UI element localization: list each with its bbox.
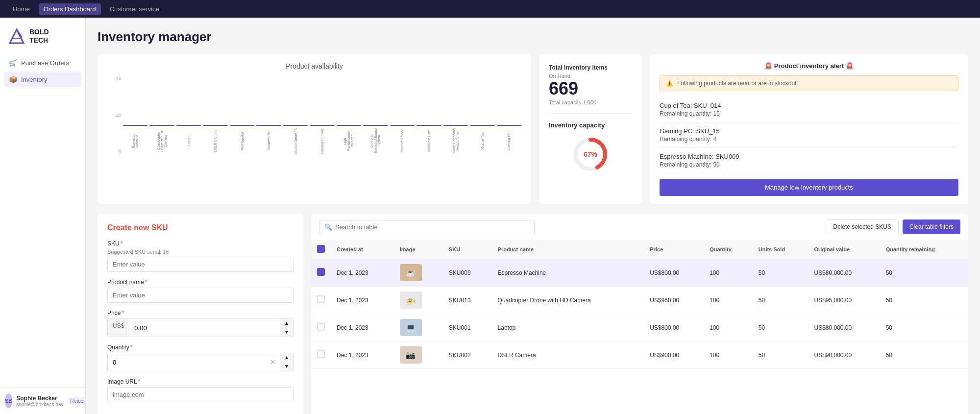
bottom-section: Create new SKU SKU * Suggested SKU seria… <box>98 214 968 414</box>
table-row[interactable]: Dec 1, 2023 🚁 SKU013 Quadcopter Drone wi… <box>311 287 968 314</box>
cell-units-sold-0: 50 <box>753 259 808 287</box>
header-checkbox[interactable] <box>317 245 325 253</box>
cell-units-sold-3: 50 <box>753 341 808 369</box>
cell-created-at-3: Dec 1, 2023 <box>331 341 394 369</box>
bar-group: Noise Canceling Headphones <box>443 125 468 154</box>
sku-form-group: SKU * Suggested SKU serial: 16 <box>107 240 294 272</box>
cell-price-1: US$950.00 <box>644 287 704 314</box>
price-down-button[interactable]: ▼ <box>280 328 293 337</box>
nav-customer-service[interactable]: Customer service <box>105 3 164 15</box>
cell-sku-3: SKU002 <box>443 341 492 369</box>
alert-item-name-1: Gaming PC: SKU_15 <box>660 127 958 135</box>
cell-original-value-0: US$80,000.00 <box>808 259 880 287</box>
row-checkbox-3[interactable] <box>317 350 325 358</box>
cell-units-sold-1: 50 <box>753 287 808 314</box>
bar <box>176 125 201 126</box>
cell-quantity-0: 100 <box>704 259 753 287</box>
nav-home[interactable]: Home <box>8 3 35 15</box>
cell-sku-2: SKU001 <box>443 314 492 341</box>
cell-image-2: 💻 <box>394 314 443 341</box>
main-content: Inventory manager Product availability 4… <box>86 18 980 414</box>
logo-icon <box>8 27 25 45</box>
bar-group: Wireless Surround Sound System <box>363 125 388 154</box>
table-row[interactable]: Dec 1, 2023 ☕ SKU009 Espresso Machine US… <box>311 259 968 287</box>
price-up-button[interactable]: ▲ <box>280 319 293 328</box>
total-items-section: Total inventory items On Hand 669 Total … <box>549 64 632 114</box>
bar <box>363 125 388 126</box>
table-row[interactable]: Dec 1, 2023 📷 SKU002 DSLR Camera US$900.… <box>311 341 968 369</box>
product-thumbnail-1: 🚁 <box>400 292 422 309</box>
quantity-clear-button[interactable]: ✕ <box>266 358 280 366</box>
quantity-input[interactable] <box>108 355 266 369</box>
currency-prefix: US$ <box>108 319 129 337</box>
sidebar-item-label-inventory: Inventory <box>21 76 47 83</box>
create-sku-panel: Create new SKU SKU * Suggested SKU seria… <box>98 214 303 414</box>
quantity-down-button[interactable]: ▼ <box>280 362 293 371</box>
cell-quantity-1: 100 <box>704 287 753 314</box>
clear-filters-button[interactable]: Clear table filters <box>903 219 960 234</box>
page-title: Inventory manager <box>98 29 968 45</box>
bar <box>230 125 254 126</box>
product-thumbnail-3: 📷 <box>400 346 422 364</box>
quantity-form-group: Quantity * ✕ ▲ ▼ <box>107 344 294 371</box>
delete-skus-button[interactable]: Delete selected SKUS <box>826 219 899 234</box>
bar <box>416 125 441 126</box>
svg-line-1 <box>17 29 22 37</box>
row-checkbox-cell <box>311 259 331 287</box>
alert-warning-icon: ⚠️ <box>666 80 673 87</box>
donut-chart: 67% <box>571 135 610 174</box>
bar <box>443 125 468 126</box>
quantity-up-button[interactable]: ▲ <box>280 353 293 362</box>
sku-input[interactable] <box>107 257 294 272</box>
sidebar-item-inventory[interactable]: 📦 Inventory <box>4 72 81 87</box>
bar-group: DSLR Camera <box>203 125 227 154</box>
bar-group: Laptop <box>176 125 201 154</box>
sidebar-item-purchase-orders[interactable]: 🛒 Purchase Orders <box>4 55 81 71</box>
product-name-label: Product name * <box>107 279 294 286</box>
capacity-label: Total capacity 1,000 <box>549 99 632 105</box>
manage-low-inventory-button[interactable]: Manage low inventory products <box>660 179 958 196</box>
row-checkbox-cell <box>311 314 331 341</box>
cell-original-value-1: US$95,000.00 <box>808 287 880 314</box>
col-original-value: Original value <box>808 240 880 259</box>
user-area: SB Sophie Becker sophie@boldtech.dev Ret… <box>0 387 85 414</box>
cell-product-name-2: Laptop <box>492 314 644 341</box>
col-sku: SKU <box>443 240 492 259</box>
bar <box>497 125 521 126</box>
product-name-required: * <box>145 279 147 286</box>
col-qty-remaining: Quantity remaining <box>880 240 968 259</box>
price-input[interactable] <box>129 319 280 337</box>
price-required: * <box>122 310 124 317</box>
nav-orders-dashboard[interactable]: Orders Dashboard <box>39 3 101 15</box>
quantity-label: Quantity * <box>107 344 294 351</box>
bar-group: Vacuum Robot <box>390 125 415 154</box>
price-spinner: ▲ ▼ <box>280 319 293 337</box>
image-url-input[interactable] <box>107 387 294 402</box>
alert-item-qty-0: Remaining quantity: 15 <box>660 110 958 117</box>
alert-item-2: Espresso Machine: SKU009 Remaining quant… <box>660 148 958 173</box>
row-checkbox-1[interactable] <box>317 295 325 303</box>
cell-product-name-1: Quadcopter Drone with HD Camera <box>492 287 644 314</box>
cell-units-sold-2: 50 <box>753 314 808 341</box>
table-row[interactable]: Dec 1, 2023 💻 SKU001 Laptop US$800.00 10… <box>311 314 968 341</box>
y-axis: 40 20 0 <box>107 76 121 154</box>
row-checkbox-2[interactable] <box>317 323 325 331</box>
user-name: Sophie Becker <box>16 395 63 402</box>
alert-item-1: Gaming PC: SKU_15 Remaining quantity: 4 <box>660 122 958 148</box>
bar <box>256 125 281 126</box>
top-nav: Home Orders Dashboard Customer service <box>0 0 980 18</box>
alert-item-name-0: Cup of Tea: SKU_014 <box>660 102 958 109</box>
bar <box>310 125 334 126</box>
cell-created-at-2: Dec 1, 2023 <box>331 314 394 341</box>
row-checkbox-0[interactable] <box>317 268 325 276</box>
cell-qty-remaining-3: 50 <box>880 341 968 369</box>
user-email: sophie@boldtech.dev <box>16 402 63 407</box>
bar-group: High-Performance Blender <box>337 125 361 154</box>
capacity-title: Inventory capacity <box>549 122 605 129</box>
price-form-group: Price * US$ ▲ ▼ <box>107 310 294 337</box>
quantity-spinner: ▲ ▼ <box>280 353 293 371</box>
search-input[interactable] <box>335 223 529 231</box>
total-items-label: Total inventory items <box>549 64 632 71</box>
product-name-input[interactable] <box>107 288 294 303</box>
alert-header: 🚨 Product inventory alert 🚨 <box>660 62 958 70</box>
